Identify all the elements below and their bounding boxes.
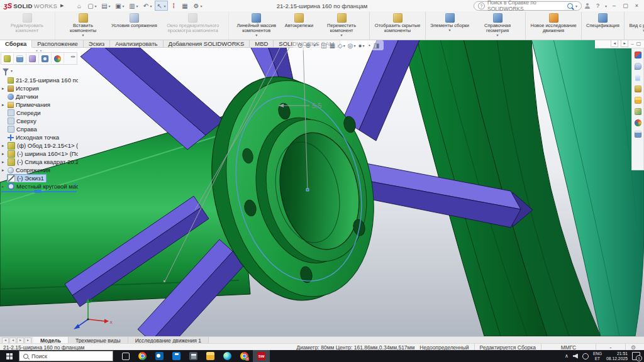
rollback-bar[interactable] xyxy=(1,191,77,192)
tab-evaluate[interactable]: Анализировать xyxy=(110,39,163,48)
tree-item-sensors[interactable]: Датчики xyxy=(0,92,78,101)
reference-geometry-button[interactable]: Справочная геометрия xyxy=(472,12,526,40)
tree-item-annotations[interactable]: Примечания xyxy=(0,101,78,109)
dimxpertmanager-tab[interactable] xyxy=(39,53,52,63)
task-view-button[interactable] xyxy=(117,350,134,362)
insert-components-button[interactable]: Вставить компоненты xyxy=(57,12,109,40)
volume-icon[interactable] xyxy=(573,354,578,359)
component-preview-window-button[interactable]: Окно предварительного просмотра компонен… xyxy=(160,12,229,40)
expand-arrow-icon[interactable] xyxy=(2,184,8,189)
previous-view-button[interactable]: ↶ xyxy=(313,42,318,49)
community-forum-tab[interactable] xyxy=(633,62,642,70)
expand-arrow-icon[interactable] xyxy=(2,102,8,107)
outlook-app-button[interactable] xyxy=(151,350,168,362)
expand-arrow-icon[interactable] xyxy=(2,168,8,173)
search-options-caret-icon[interactable]: ▾ xyxy=(575,4,577,8)
appearances-tab[interactable] xyxy=(633,118,642,127)
doc-minimize-button[interactable]: – xyxy=(631,41,633,47)
zoom-to-area-button[interactable]: ⊕ xyxy=(305,42,310,49)
help-search-input[interactable]: ? Поиск в Справке по SOLIDWORKS ▾ xyxy=(474,1,582,11)
tab-sketch[interactable]: Эскиз xyxy=(84,39,110,48)
tab-scroll-right-icon[interactable]: ▸ xyxy=(621,40,628,47)
tree-item-origin[interactable]: Исходная точка xyxy=(0,133,78,141)
custom-properties-tab[interactable] xyxy=(633,129,642,138)
taskbar-search-input[interactable]: Поиск xyxy=(19,351,113,361)
clock[interactable]: 21:5108.12.2025 xyxy=(606,351,628,361)
exploded-view-button[interactable]: Вид с разнесенными частями xyxy=(626,12,644,40)
save-button[interactable]: ▣ xyxy=(113,1,126,11)
minimize-button[interactable]: – xyxy=(610,3,618,9)
mate-button[interactable]: Условия сопряжения xyxy=(109,12,160,40)
featuremanager-tab[interactable] xyxy=(1,53,14,63)
tree-filter[interactable]: ▾ xyxy=(0,65,78,76)
chrome-profile-app-button[interactable] xyxy=(236,350,253,362)
new-document-button[interactable]: ▢ xyxy=(85,1,98,11)
file-explorer-tab[interactable] xyxy=(633,96,642,104)
smart-fasteners-button[interactable]: Автокрепежи xyxy=(282,12,316,40)
filter-caret-icon[interactable]: ▾ xyxy=(11,69,13,73)
panel-splitter-handle[interactable]: ● ● xyxy=(0,48,78,52)
rebuild-button[interactable]: ⁞ xyxy=(169,1,179,11)
assembly-features-button[interactable]: Элементы сборки xyxy=(428,12,472,40)
status-gear-icon[interactable]: ⚙ xyxy=(631,344,636,351)
tree-item-sketch1[interactable]: (-) Эскиз1 xyxy=(0,174,78,182)
design-library-tab[interactable] xyxy=(633,84,642,93)
sketch-point[interactable] xyxy=(306,189,309,191)
tab-scroll-left-icon[interactable]: ◂ xyxy=(611,40,618,47)
panel-collapse-icon[interactable]: ◂ xyxy=(74,182,76,187)
notification-center-icon[interactable]: 1 xyxy=(632,352,640,360)
select-tool-button[interactable]: ↖ xyxy=(155,1,168,11)
solidworks-app-button[interactable]: SW xyxy=(253,350,270,362)
close-button[interactable]: × xyxy=(633,3,641,9)
move-component-button[interactable]: Переместить компонент xyxy=(316,12,370,40)
expand-arrow-icon[interactable] xyxy=(2,143,8,148)
help-button[interactable]: ? xyxy=(594,3,602,9)
model-tab-nav[interactable]: ◂◂▸▸ xyxy=(0,337,33,344)
open-document-button[interactable]: ▤ xyxy=(99,1,112,11)
zoom-to-fit-button[interactable]: ⊙ xyxy=(297,42,303,49)
tree-item-mates[interactable]: Сопряжения xyxy=(0,166,78,174)
user-account-icon[interactable] xyxy=(585,3,591,9)
solidworks-resources-tab[interactable] xyxy=(633,50,642,59)
dimension-label[interactable]: 5,5 xyxy=(312,102,321,109)
new-motion-study-button[interactable]: Новое исследование движения xyxy=(528,12,582,40)
tree-item-spoke-part[interactable]: (-) Спица квадрат 20.20<1> (По у xyxy=(0,158,78,166)
explorer-app-button[interactable] xyxy=(202,350,219,362)
view-orientation-button[interactable]: ◇ xyxy=(338,42,345,49)
show-hidden-components-button[interactable]: Отобразить скрытые компоненты xyxy=(372,12,426,40)
tab-layout[interactable]: Расположение xyxy=(32,39,84,48)
tab-addins[interactable]: Добавления SOLIDWORKS xyxy=(164,39,250,48)
tree-item-history[interactable]: История xyxy=(0,84,78,92)
bill-of-materials-button[interactable]: Спецификация xyxy=(584,12,625,40)
home-tab[interactable] xyxy=(633,73,642,82)
language-indicator[interactable]: ENGET xyxy=(593,351,602,361)
calculator-app-button[interactable] xyxy=(185,350,202,362)
tab-mbd[interactable]: MBD xyxy=(250,39,274,48)
print-button[interactable]: ▥ xyxy=(127,1,140,11)
undo-button[interactable]: ↶ xyxy=(141,1,154,11)
help-caret-icon[interactable]: ▾ xyxy=(605,4,607,8)
store-app-button[interactable] xyxy=(168,350,185,362)
solidworks-logo[interactable]: ʒS SOLIDWORKS ▶ xyxy=(0,0,67,11)
tree-item-top-plane[interactable]: Сверху xyxy=(0,117,78,125)
edit-appearance-button[interactable]: ◔ xyxy=(367,42,371,49)
chrome-app-button[interactable] xyxy=(134,350,151,362)
section-view-button[interactable]: ◫ xyxy=(321,42,326,49)
hidden-icons-chevron-icon[interactable]: ∧ xyxy=(565,353,569,359)
tree-item-right-plane[interactable]: Справа xyxy=(0,125,78,133)
tree-item-front-plane[interactable]: Спереди xyxy=(0,109,78,117)
propertymanager-tab[interactable] xyxy=(14,53,26,63)
alarm-clock-icon[interactable] xyxy=(582,353,589,359)
panel-tab-scroll[interactable]: ◂▸ xyxy=(70,54,77,59)
edit-component-button[interactable]: Редактировать компонент xyxy=(1,12,55,40)
tree-item-rim-part[interactable]: (ф) Обод 19-2.15<1> (По умолча xyxy=(0,141,78,150)
search-icon[interactable] xyxy=(567,3,573,9)
expand-arrow-icon[interactable] xyxy=(2,160,8,165)
expand-arrow-icon[interactable] xyxy=(2,86,8,91)
apply-scene-button[interactable]: ◨ xyxy=(374,42,379,49)
view-palette-tab[interactable] xyxy=(633,107,642,116)
doc-restore-button[interactable]: ▢ xyxy=(636,41,641,47)
hide-show-items-button[interactable]: ● xyxy=(358,42,365,49)
start-button[interactable] xyxy=(0,350,19,362)
dynamic-annotation-button[interactable]: ▦ xyxy=(330,42,335,49)
